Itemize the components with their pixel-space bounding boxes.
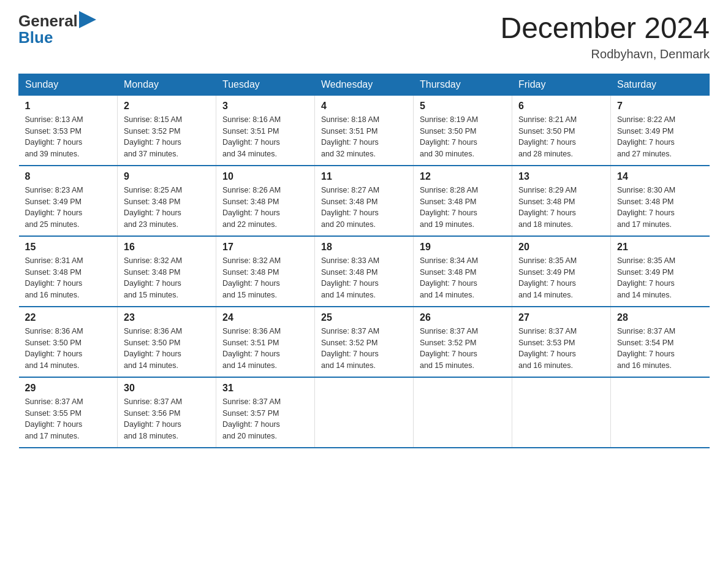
day-number: 5 [420,101,506,112]
header-sunday: Sunday [19,74,118,95]
table-row [414,377,512,448]
day-info: Sunrise: 8:19 AMSunset: 3:50 PMDaylight:… [420,114,506,160]
header-tuesday: Tuesday [216,74,315,95]
table-row [512,377,611,448]
header-saturday: Saturday [611,74,710,95]
calendar-header-row: Sunday Monday Tuesday Wednesday Thursday… [19,74,710,95]
day-info: Sunrise: 8:31 AMSunset: 3:48 PMDaylight:… [25,255,112,301]
day-info: Sunrise: 8:25 AMSunset: 3:48 PMDaylight:… [124,185,210,231]
day-number: 31 [222,383,308,394]
day-number: 26 [420,312,506,323]
svg-marker-0 [79,11,96,28]
day-number: 16 [124,242,210,253]
day-info: Sunrise: 8:29 AMSunset: 3:48 PMDaylight:… [518,185,604,231]
day-number: 21 [617,242,703,253]
table-row: 27 Sunrise: 8:37 AMSunset: 3:53 PMDaylig… [512,307,611,377]
table-row: 28 Sunrise: 8:37 AMSunset: 3:54 PMDaylig… [611,307,710,377]
calendar-table: Sunday Monday Tuesday Wednesday Thursday… [18,74,710,448]
page-header: General Blue December 2024 Rodbyhavn, De… [18,12,710,61]
day-info: Sunrise: 8:37 AMSunset: 3:54 PMDaylight:… [617,326,703,372]
day-info: Sunrise: 8:27 AMSunset: 3:48 PMDaylight:… [321,185,407,231]
day-info: Sunrise: 8:37 AMSunset: 3:53 PMDaylight:… [518,326,604,372]
header-friday: Friday [512,74,611,95]
day-number: 25 [321,312,407,323]
day-number: 23 [124,312,210,323]
day-info: Sunrise: 8:26 AMSunset: 3:48 PMDaylight:… [222,185,308,231]
table-row: 25 Sunrise: 8:37 AMSunset: 3:52 PMDaylig… [315,307,414,377]
day-info: Sunrise: 8:22 AMSunset: 3:49 PMDaylight:… [617,114,703,160]
day-info: Sunrise: 8:37 AMSunset: 3:52 PMDaylight:… [321,326,407,372]
day-info: Sunrise: 8:35 AMSunset: 3:49 PMDaylight:… [617,255,703,301]
header-monday: Monday [118,74,216,95]
table-row: 6 Sunrise: 8:21 AMSunset: 3:50 PMDayligh… [512,95,611,166]
logo-arrow-icon [79,11,96,28]
table-row: 4 Sunrise: 8:18 AMSunset: 3:51 PMDayligh… [315,95,414,166]
logo-general-text: General [18,12,78,30]
day-info: Sunrise: 8:21 AMSunset: 3:50 PMDaylight:… [518,114,604,160]
day-info: Sunrise: 8:36 AMSunset: 3:51 PMDaylight:… [222,326,308,372]
day-info: Sunrise: 8:32 AMSunset: 3:48 PMDaylight:… [222,255,308,301]
table-row: 23 Sunrise: 8:36 AMSunset: 3:50 PMDaylig… [118,307,216,377]
month-title: December 2024 [500,12,710,45]
day-info: Sunrise: 8:32 AMSunset: 3:48 PMDaylight:… [124,255,210,301]
table-row: 13 Sunrise: 8:29 AMSunset: 3:48 PMDaylig… [512,166,611,236]
day-info: Sunrise: 8:30 AMSunset: 3:48 PMDaylight:… [617,185,703,231]
day-info: Sunrise: 8:33 AMSunset: 3:48 PMDaylight:… [321,255,407,301]
table-row: 20 Sunrise: 8:35 AMSunset: 3:49 PMDaylig… [512,236,611,307]
day-number: 14 [617,171,703,182]
day-number: 17 [222,242,308,253]
day-info: Sunrise: 8:16 AMSunset: 3:51 PMDaylight:… [222,114,308,160]
day-number: 18 [321,242,407,253]
day-number: 1 [25,101,112,112]
table-row: 17 Sunrise: 8:32 AMSunset: 3:48 PMDaylig… [216,236,315,307]
calendar-week-row: 29 Sunrise: 8:37 AMSunset: 3:55 PMDaylig… [19,377,710,448]
table-row [611,377,710,448]
table-row: 10 Sunrise: 8:26 AMSunset: 3:48 PMDaylig… [216,166,315,236]
day-number: 10 [222,171,308,182]
day-number: 12 [420,171,506,182]
table-row: 7 Sunrise: 8:22 AMSunset: 3:49 PMDayligh… [611,95,710,166]
day-info: Sunrise: 8:28 AMSunset: 3:48 PMDaylight:… [420,185,506,231]
day-info: Sunrise: 8:35 AMSunset: 3:49 PMDaylight:… [518,255,604,301]
table-row [315,377,414,448]
day-number: 4 [321,101,407,112]
table-row: 15 Sunrise: 8:31 AMSunset: 3:48 PMDaylig… [19,236,118,307]
table-row: 14 Sunrise: 8:30 AMSunset: 3:48 PMDaylig… [611,166,710,236]
calendar-week-row: 8 Sunrise: 8:23 AMSunset: 3:49 PMDayligh… [19,166,710,236]
day-info: Sunrise: 8:34 AMSunset: 3:48 PMDaylight:… [420,255,506,301]
table-row: 2 Sunrise: 8:15 AMSunset: 3:52 PMDayligh… [118,95,216,166]
day-number: 3 [222,101,308,112]
title-block: December 2024 Rodbyhavn, Denmark [500,12,710,61]
header-thursday: Thursday [414,74,512,95]
table-row: 1 Sunrise: 8:13 AMSunset: 3:53 PMDayligh… [19,95,118,166]
table-row: 19 Sunrise: 8:34 AMSunset: 3:48 PMDaylig… [414,236,512,307]
day-info: Sunrise: 8:36 AMSunset: 3:50 PMDaylight:… [124,326,210,372]
day-info: Sunrise: 8:37 AMSunset: 3:55 PMDaylight:… [25,396,112,442]
day-info: Sunrise: 8:37 AMSunset: 3:57 PMDaylight:… [222,396,308,442]
day-number: 22 [25,312,112,323]
day-number: 13 [518,171,604,182]
table-row: 18 Sunrise: 8:33 AMSunset: 3:48 PMDaylig… [315,236,414,307]
table-row: 9 Sunrise: 8:25 AMSunset: 3:48 PMDayligh… [118,166,216,236]
day-info: Sunrise: 8:15 AMSunset: 3:52 PMDaylight:… [124,114,210,160]
calendar-week-row: 15 Sunrise: 8:31 AMSunset: 3:48 PMDaylig… [19,236,710,307]
day-number: 15 [25,242,112,253]
table-row: 12 Sunrise: 8:28 AMSunset: 3:48 PMDaylig… [414,166,512,236]
day-info: Sunrise: 8:18 AMSunset: 3:51 PMDaylight:… [321,114,407,160]
table-row: 11 Sunrise: 8:27 AMSunset: 3:48 PMDaylig… [315,166,414,236]
day-number: 28 [617,312,703,323]
logo: General Blue [18,12,96,46]
table-row: 5 Sunrise: 8:19 AMSunset: 3:50 PMDayligh… [414,95,512,166]
day-number: 8 [25,171,112,182]
day-number: 29 [25,383,112,394]
day-info: Sunrise: 8:37 AMSunset: 3:56 PMDaylight:… [124,396,210,442]
logo-blue-text: Blue [18,29,96,47]
table-row: 30 Sunrise: 8:37 AMSunset: 3:56 PMDaylig… [118,377,216,448]
calendar-week-row: 1 Sunrise: 8:13 AMSunset: 3:53 PMDayligh… [19,95,710,166]
table-row: 21 Sunrise: 8:35 AMSunset: 3:49 PMDaylig… [611,236,710,307]
day-number: 27 [518,312,604,323]
day-number: 9 [124,171,210,182]
header-wednesday: Wednesday [315,74,414,95]
day-info: Sunrise: 8:36 AMSunset: 3:50 PMDaylight:… [25,326,112,372]
day-number: 19 [420,242,506,253]
